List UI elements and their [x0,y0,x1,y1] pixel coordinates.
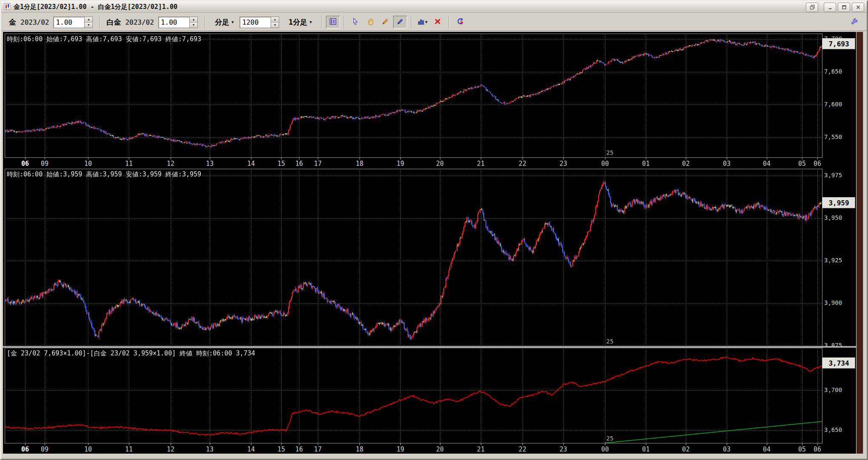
x-axis-tick [318,158,318,159]
x-axis-tick [171,158,171,159]
x-axis-tick [817,443,818,445]
x-axis-label: 20 [436,160,444,168]
y-axis-label: 3,925 [824,257,842,264]
spin-down-icon: ▼ [274,23,277,26]
maximize-button[interactable] [838,3,850,12]
y-axis-label: 3,875 [824,342,842,346]
platinum-multiplier-spin-up[interactable]: ▲ [190,17,197,23]
x-axis-tick [400,158,401,159]
time-axis-top: 0609101112131415161718192021222300010203… [5,158,822,168]
x-axis-tick [45,443,45,445]
toolbar-separator [321,16,322,28]
chart-app-window: 金1分足[2023/02]1.00 - 白金1分足[2023/02]1.00 [0,0,868,460]
minimize-button[interactable] [824,3,836,12]
delete-drawings-tool-button[interactable] [431,16,445,28]
window-title: 金1分足[2023/02]1.00 - 白金1分足[2023/02]1.00 [14,3,177,11]
bar-count-input[interactable]: 1200 [240,17,271,28]
x-axis-tick [281,158,282,159]
platinum-multiplier-input[interactable]: 1.00 [158,17,189,28]
platinum-multiplier-spin-down[interactable]: ▼ [190,23,197,28]
gold-multiplier-spinner: 1.00 ▲ ▼ [53,17,93,28]
x-axis-label: 12 [167,160,174,168]
x-axis-label: 10 [84,446,92,453]
time-axis-bottom: 0609101112131415161718192021222300010203… [5,443,822,454]
platinum-chart-canvas[interactable] [5,169,822,346]
x-axis-label: 16 [295,446,303,453]
maximize-icon [841,4,847,10]
pan-hand-tool-icon [367,18,374,26]
x-axis-tick [25,443,26,445]
x-axis-tick [767,443,767,445]
x-axis-tick [727,158,727,159]
x-axis-label: 06 [814,446,821,453]
spin-up-icon: ▲ [87,18,90,21]
gold-multiplier-spin-up[interactable]: ▲ [85,17,92,23]
bar-count-spinner: 1200 ▲ ▼ [240,17,279,28]
platinum-current-price-box: 3,959 [822,197,855,208]
minimize-icon [827,4,833,10]
gold-current-price-box: 7,693 [822,38,855,49]
x-axis-tick [605,443,605,445]
line-draw-tool-button[interactable] [393,16,407,28]
chevron-down-icon: ▼ [310,20,312,24]
bar-chart-menu-icon [417,18,425,26]
x-axis-tick [171,443,171,445]
spin-down-icon: ▼ [192,23,195,26]
x-axis-tick [88,158,89,159]
close-button[interactable] [852,3,864,12]
x-axis-tick [129,158,129,159]
x-axis-label: 17 [314,160,322,168]
pan-hand-tool-button[interactable] [363,16,377,28]
x-axis-label: 19 [397,446,404,453]
x-axis-label: 20 [436,446,444,453]
close-icon [855,4,861,10]
platinum-contract-value[interactable]: 2023/02 [125,18,154,26]
x-axis-label: 22 [519,160,526,168]
platinum-symbol-label: 白金 [106,17,121,27]
x-axis-tick [251,443,251,445]
select-cursor-tool-button[interactable] [348,16,363,28]
title-bar[interactable]: 金1分足[2023/02]1.00 - 白金1分足[2023/02]1.00 [1,1,867,13]
x-axis-label: 02 [682,160,690,168]
toolbar-separator [205,16,206,28]
window-buttons [806,3,864,12]
chart-grid-tool-button[interactable] [326,16,340,28]
gold-contract-value[interactable]: 2023/02 [20,18,49,26]
gold-chart-canvas[interactable] [5,34,822,158]
x-axis-label: 03 [723,446,731,453]
x-axis-tick [802,158,802,159]
gold-multiplier-spin-down[interactable]: ▼ [85,23,92,28]
float-window-button[interactable] [806,3,818,12]
y-axis-label: 3,700 [824,386,842,393]
x-axis-label: 22 [519,446,526,453]
line-draw-tool-icon [397,18,404,26]
chevron-down-icon: ▼ [425,20,428,24]
x-axis-label: 02 [682,446,690,453]
bar-count-spin-up[interactable]: ▲ [271,17,279,23]
x-axis-label: 13 [206,446,214,453]
spread-chart-canvas[interactable] [5,348,822,443]
x-axis-tick [360,443,360,445]
x-axis-label: 05 [798,160,806,168]
chart-reset-tool-button[interactable]: R [453,16,467,28]
x-axis-tick [440,158,440,159]
bar-chart-menu-button[interactable]: ▼ [416,16,430,28]
x-axis-label: 18 [356,160,363,168]
bar-unit-dropdown[interactable]: 分足 ▼ [212,17,236,28]
x-axis-label: 15 [277,446,285,453]
x-axis-tick [767,158,767,159]
settings-wrench-button[interactable] [847,16,861,28]
x-axis-label: 01 [642,446,650,453]
x-axis-label: 11 [125,160,133,168]
x-axis-label: 01 [642,160,650,168]
x-axis-label: 21 [477,160,485,168]
vertical-scrollbar[interactable] [856,32,863,454]
delete-drawings-tool-icon [434,18,441,26]
x-axis-tick [686,158,686,159]
pencil-tool-button[interactable] [378,16,392,28]
chart-grid-tool-icon [329,18,337,26]
gold-multiplier-input[interactable]: 1.00 [53,17,84,28]
bar-type-dropdown[interactable]: 1分足 ▼ [286,17,314,28]
platinum-multiplier-spinner: 1.00 ▲ ▼ [158,17,198,28]
bar-count-spin-down[interactable]: ▼ [271,23,279,28]
